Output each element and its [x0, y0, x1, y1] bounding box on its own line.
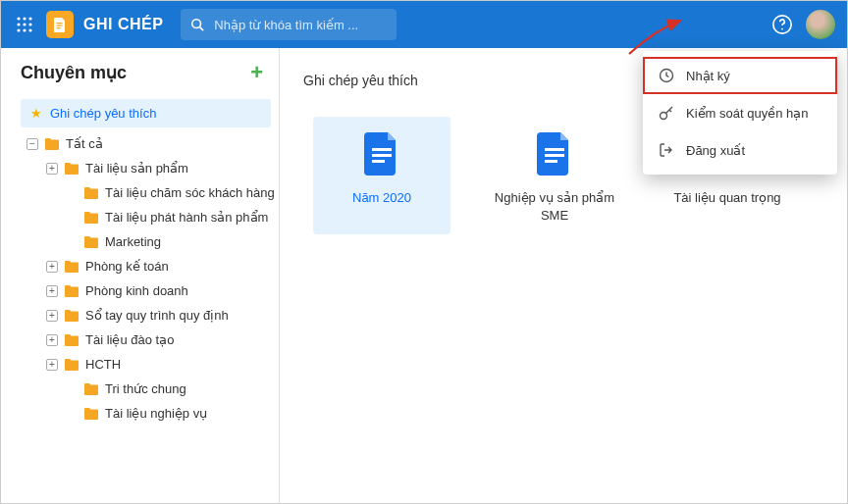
folder-icon — [64, 333, 80, 347]
tree-item[interactable]: Tri thức chung — [13, 377, 271, 401]
svg-point-1 — [23, 17, 26, 20]
body: Chuyên mục + ★ Ghi chép yêu thích − Tất … — [1, 48, 847, 503]
sidebar-favorite-item[interactable]: ★ Ghi chép yêu thích — [21, 99, 271, 127]
svg-point-15 — [781, 28, 783, 30]
grid-item[interactable]: Năm 2020 — [313, 117, 450, 234]
tree-item[interactable]: Marketing — [13, 229, 271, 254]
folder-icon — [83, 186, 99, 200]
expand-icon[interactable]: + — [46, 163, 58, 175]
tree-item-label: HCTH — [85, 357, 121, 372]
tree-item-label: Phòng kế toán — [85, 259, 169, 274]
star-icon: ★ — [30, 106, 42, 121]
tree-item-label: Phòng kinh doanh — [85, 283, 188, 298]
collapse-icon[interactable]: − — [26, 138, 38, 150]
sidebar-favorite-label: Ghi chép yêu thích — [50, 106, 156, 121]
apps-grid-icon[interactable] — [13, 13, 36, 36]
tree-item-label: Tài liệu phát hành sản phẩm — [105, 210, 268, 225]
app-logo-icon — [46, 11, 74, 38]
grid-item-label: Tài liệu quan trọng — [673, 189, 780, 223]
tree-item[interactable]: + Phòng kế toán — [13, 254, 271, 278]
user-menu: Nhật ký Kiểm soát quyền hạn Đăng xuất — [643, 51, 837, 175]
svg-rect-9 — [57, 23, 63, 24]
folder-icon — [44, 137, 60, 151]
tree-item[interactable]: + Tài liệu đào tạo — [13, 328, 271, 352]
add-category-button[interactable]: + — [250, 62, 263, 83]
app-title: GHI CHÉP — [83, 16, 163, 33]
search-box[interactable] — [181, 9, 397, 40]
tree-item-label: Tài liệu sản phẩm — [85, 161, 188, 176]
expand-icon[interactable]: + — [46, 359, 58, 371]
svg-point-3 — [17, 23, 20, 25]
menu-item-label: Đăng xuất — [686, 143, 745, 158]
svg-point-4 — [23, 23, 26, 25]
folder-icon — [64, 284, 80, 298]
svg-rect-23 — [372, 154, 392, 157]
menu-item-label: Nhật ký — [686, 69, 730, 83]
svg-point-12 — [192, 20, 201, 28]
expand-icon[interactable]: + — [46, 261, 58, 273]
tree-item-label: Tất cả — [66, 136, 103, 151]
menu-item-label: Kiểm soát quyền hạn — [686, 106, 808, 121]
expand-icon[interactable]: + — [46, 310, 58, 322]
sidebar-header: Chuyên mục + — [1, 48, 279, 95]
main-title: Ghi chép yêu thích — [303, 73, 418, 88]
tree-item-root[interactable]: − Tất cả — [13, 131, 271, 156]
tree-item[interactable]: Tài liệu nghiệp vụ — [13, 401, 271, 426]
folder-icon — [83, 382, 99, 396]
grid-item-label: Nghiệp vụ sản phẩm SME — [492, 189, 617, 225]
svg-rect-25 — [545, 148, 564, 151]
svg-point-8 — [28, 28, 31, 31]
svg-rect-22 — [372, 148, 392, 151]
logout-icon — [659, 142, 674, 158]
tree-item-label: Tài liệu chăm sóc khách hàng — [105, 185, 275, 200]
tree-item[interactable]: + HCTH — [13, 352, 271, 377]
tree-item-label: Tài liệu nghiệp vụ — [105, 406, 207, 421]
svg-rect-26 — [545, 154, 564, 157]
main-area: Ghi chép yêu thích Năm 2020 Nghiệp vụ sả… — [280, 48, 847, 503]
expand-icon[interactable]: + — [46, 334, 58, 346]
help-icon[interactable] — [768, 11, 796, 38]
svg-line-13 — [200, 27, 204, 31]
svg-rect-10 — [57, 25, 63, 26]
grid-item[interactable]: Nghiệp vụ sản phẩm SME — [486, 117, 623, 234]
svg-point-30 — [661, 113, 667, 120]
svg-point-2 — [28, 17, 31, 20]
menu-item-logout[interactable]: Đăng xuất — [643, 131, 837, 169]
app-header: GHI CHÉP — [1, 1, 847, 48]
menu-item-permissions[interactable]: Kiểm soát quyền hạn — [643, 94, 837, 131]
folder-icon — [64, 309, 80, 323]
expand-icon[interactable]: + — [46, 285, 58, 297]
key-icon — [659, 105, 674, 121]
search-input[interactable] — [212, 17, 387, 33]
category-tree: ★ Ghi chép yêu thích − Tất cả + Tài liệu… — [1, 95, 279, 503]
svg-rect-24 — [372, 160, 385, 163]
folder-icon — [83, 235, 99, 249]
sidebar-title: Chuyên mục — [21, 62, 127, 83]
tree-item[interactable]: Tài liệu chăm sóc khách hàng — [13, 180, 271, 205]
tree-item[interactable]: Tài liệu phát hành sản phẩm — [13, 205, 271, 229]
svg-point-7 — [23, 28, 26, 31]
svg-point-0 — [17, 17, 20, 20]
svg-rect-11 — [57, 27, 61, 28]
tree-item-label: Marketing — [105, 234, 161, 249]
svg-point-6 — [17, 28, 20, 31]
avatar[interactable] — [806, 10, 835, 39]
folder-icon — [64, 358, 80, 372]
document-icon — [362, 130, 401, 177]
folder-icon — [64, 162, 80, 176]
grid-item-label: Năm 2020 — [352, 189, 411, 223]
search-icon — [190, 18, 204, 31]
tree-item-label: Tri thức chung — [105, 381, 186, 396]
folder-icon — [83, 211, 99, 225]
tree-item[interactable]: + Sổ tay quy trình quy định — [13, 303, 271, 328]
svg-rect-27 — [545, 160, 557, 163]
document-icon — [535, 130, 574, 177]
tree-item-label: Tài liệu đào tạo — [85, 332, 174, 347]
tree-item[interactable]: + Tài liệu sản phẩm — [13, 156, 271, 180]
history-icon — [659, 68, 674, 83]
menu-item-history[interactable]: Nhật ký — [643, 57, 837, 94]
sidebar: Chuyên mục + ★ Ghi chép yêu thích − Tất … — [1, 48, 280, 503]
tree-item[interactable]: + Phòng kinh doanh — [13, 278, 271, 303]
folder-icon — [83, 407, 99, 421]
tree-item-label: Sổ tay quy trình quy định — [85, 308, 229, 323]
